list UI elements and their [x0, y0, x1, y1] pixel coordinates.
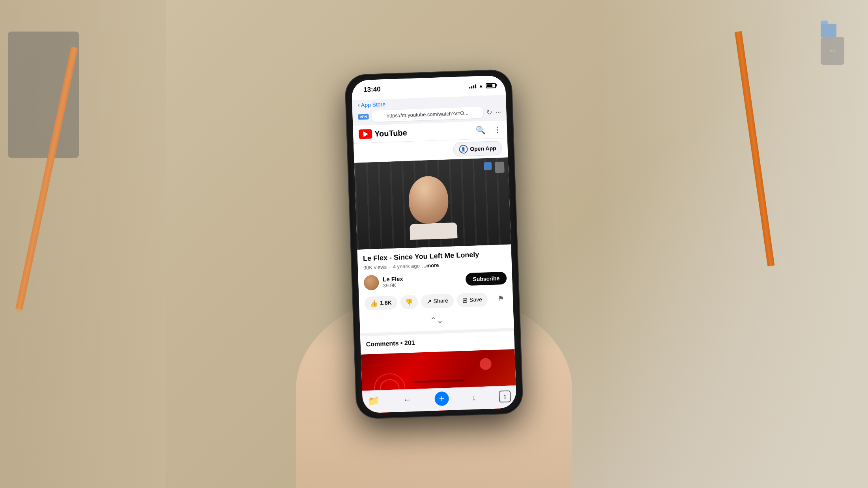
action-buttons-row: 👍 1.8K 👎 ↗ Share ⊞ Save ⚑	[364, 291, 507, 311]
desktop-icons-overlay	[484, 161, 505, 173]
search-icon[interactable]: 🔍	[476, 125, 486, 135]
desktop-icon-2	[495, 161, 505, 173]
flag-button[interactable]: ⚑	[494, 291, 507, 306]
youtube-icon	[359, 129, 372, 139]
battery-fill	[487, 84, 492, 87]
back-button[interactable]: ←	[403, 395, 412, 405]
person-head	[408, 175, 458, 240]
desk-right-area	[600, 0, 868, 488]
save-button[interactable]: ⊞ Save	[456, 292, 488, 307]
person-shirt	[410, 222, 457, 239]
subscribe-button[interactable]: Subscribe	[466, 272, 507, 286]
hdd-icon-decoration: HD	[821, 37, 844, 65]
flag-icon: ⚑	[498, 295, 505, 303]
profile-icon: 👤	[459, 144, 468, 153]
back-to-appstore-button[interactable]: ‹ App Store	[357, 101, 385, 108]
comments-label: Comments	[366, 340, 398, 348]
files-button[interactable]: 📁	[368, 395, 380, 407]
dislike-button[interactable]: 👎	[400, 295, 418, 309]
status-time: 13:40	[363, 85, 381, 94]
vpn-badge: VPN	[358, 114, 369, 120]
view-count: 90K views	[363, 264, 387, 271]
status-icons: ▲	[469, 82, 496, 89]
browser-more-button[interactable]: ···	[495, 107, 501, 116]
comments-header: Comments • 201	[366, 339, 415, 348]
open-app-button[interactable]: 👤 Open App	[453, 140, 503, 156]
comments-count: 201	[404, 339, 415, 346]
like-count: 1.8K	[380, 299, 392, 306]
person-face	[408, 175, 449, 224]
thumbs-up-icon: 👍	[370, 299, 378, 307]
more-options-icon[interactable]: ⋮	[494, 124, 502, 134]
back-label: App Store	[361, 101, 386, 108]
video-info-section: Le Flex - Since You Left Me Lonely 90K v…	[357, 244, 514, 333]
back-arrow-icon: ‹	[357, 101, 360, 108]
share-icon: ↗	[426, 297, 432, 305]
new-tab-button[interactable]: +	[434, 391, 449, 406]
save-icon: ⊞	[462, 296, 468, 304]
keyboard-decoration	[8, 32, 79, 158]
url-text: https://m.youtube.com/watch?v=O...	[386, 110, 468, 118]
chevron-up-down-icon[interactable]: ⌃⌄	[430, 315, 443, 325]
avatar-image	[364, 275, 379, 290]
youtube-header-icons: 🔍 ⋮	[476, 124, 502, 135]
download-button[interactable]: ↓	[472, 393, 476, 402]
pencil-right	[735, 31, 774, 267]
video-person	[392, 166, 473, 240]
thumbs-down-icon: 👎	[405, 298, 413, 305]
like-button[interactable]: 👍 1.8K	[365, 295, 398, 310]
phone-wrapper: 13:40 ▲ ‹	[351, 73, 517, 416]
address-bar[interactable]: https://m.youtube.com/watch?v=O...	[372, 107, 484, 122]
desktop-bg-decorations: HD	[821, 24, 844, 65]
open-app-label: Open App	[470, 145, 496, 152]
youtube-wordmark: YouTube	[374, 128, 407, 138]
battery-icon	[486, 82, 496, 88]
more-link[interactable]: ...more	[422, 262, 439, 268]
desk-left-area	[0, 0, 166, 488]
phone-screen: 13:40 ▲ ‹	[351, 75, 516, 413]
signal-icon	[469, 84, 476, 89]
expand-row: ⌃⌄	[365, 311, 508, 329]
channel-avatar[interactable]	[364, 275, 379, 290]
phone-body: 13:40 ▲ ‹	[345, 69, 523, 418]
share-button[interactable]: ↗ Share	[421, 294, 454, 309]
video-thumbnail[interactable]	[354, 157, 511, 249]
tab-count-button[interactable]: 1	[499, 390, 511, 402]
channel-row: Le Flex 39.9K Subscribe	[364, 271, 507, 291]
desktop-icon-1	[484, 162, 492, 170]
youtube-logo: YouTube	[359, 128, 407, 139]
reload-button[interactable]: ↻	[486, 108, 492, 117]
browser-address-row: VPN https://m.youtube.com/watch?v=O... ↻…	[358, 106, 501, 122]
save-label: Save	[470, 296, 482, 303]
upload-time: 4 years ago	[393, 263, 420, 269]
share-label: Share	[433, 297, 448, 304]
channel-info: Le Flex 39.9K	[383, 273, 462, 288]
youtube-play-icon	[363, 131, 368, 136]
folder-icon-decoration	[821, 24, 836, 37]
wifi-icon: ▲	[479, 83, 483, 88]
